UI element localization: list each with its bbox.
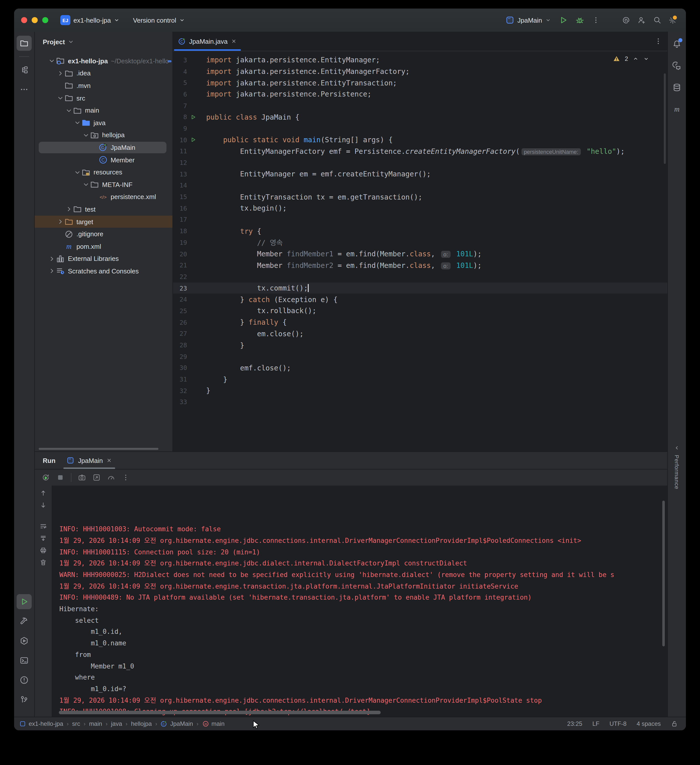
code-line-18[interactable]: 18 try { — [173, 225, 667, 237]
tree-item-test[interactable]: test — [35, 203, 172, 216]
database-tool-icon[interactable] — [669, 80, 684, 95]
search-everywhere-icon[interactable] — [653, 16, 661, 24]
code-line-16[interactable]: 16 tx.begin(); — [173, 203, 667, 214]
code-line-31[interactable]: 31 } — [173, 374, 667, 385]
code-line-29[interactable]: 29 — [173, 351, 667, 362]
status-line-separator[interactable]: LF — [593, 720, 599, 727]
maven-tool-icon[interactable]: m — [669, 102, 684, 116]
tree-item-Scratches and Consoles[interactable]: Scratches and Consoles — [35, 265, 172, 277]
tree-item-persistence.xml[interactable]: </>persistence.xml — [35, 191, 172, 203]
terminal-tool-icon[interactable] — [17, 653, 32, 668]
chevron-right-icon[interactable] — [65, 205, 73, 213]
project-panel-header[interactable]: Project — [35, 31, 172, 52]
status-indent-style[interactable]: 4 spaces — [637, 720, 661, 727]
breadcrumb-hellojpa[interactable]: hellojpa — [131, 720, 152, 727]
tree-item-JpaMain[interactable]: CJpaMain — [35, 141, 172, 154]
code-line-23[interactable]: 23 tx.commit(); — [173, 282, 667, 294]
rerun-icon[interactable] — [42, 474, 50, 482]
code-line-14[interactable]: 14 — [173, 180, 667, 191]
tree-item-.idea[interactable]: .idea — [35, 67, 172, 79]
chevron-down-icon[interactable] — [48, 57, 56, 65]
code-line-9[interactable]: 9 — [173, 123, 667, 134]
build-tool-icon[interactable] — [17, 614, 32, 629]
chevron-right-icon[interactable] — [56, 69, 65, 77]
breadcrumb-src[interactable]: src — [72, 720, 80, 727]
run-tool-icon[interactable] — [17, 594, 32, 609]
code-line-5[interactable]: 5import jakarta.persistence.EntityTransa… — [173, 77, 667, 88]
more-tools-icon[interactable] — [17, 82, 32, 97]
run-button[interactable] — [559, 16, 568, 25]
readonly-lock-icon[interactable] — [671, 720, 678, 727]
chevron-right-icon[interactable] — [56, 218, 65, 226]
code-line-6[interactable]: 6import jakarta.persistence.Persistence; — [173, 88, 667, 100]
run-configuration-selector[interactable]: JpaMain — [505, 16, 551, 25]
project-tool-icon[interactable] — [17, 36, 32, 51]
problems-tool-icon[interactable] — [17, 672, 32, 688]
chevron-down-icon[interactable] — [56, 94, 65, 102]
debug-button[interactable] — [575, 16, 584, 25]
soft-wrap-icon[interactable] — [40, 523, 47, 530]
chevron-down-icon[interactable] — [82, 181, 90, 189]
close-window-button[interactable] — [21, 17, 27, 23]
previous-problem-icon[interactable] — [632, 56, 639, 62]
chevron-right-icon[interactable] — [48, 255, 56, 263]
tree-item-hellojpa[interactable]: hellojpa — [35, 129, 172, 141]
close-tab-icon[interactable] — [230, 38, 236, 44]
performance-tool-button[interactable]: Performance — [668, 445, 686, 489]
code-line-19[interactable]: 19 // 영속 — [173, 237, 667, 248]
code-line-30[interactable]: 30 emf.close(); — [173, 362, 667, 373]
code-line-13[interactable]: 13 EntityManager em = emf.createEntityMa… — [173, 168, 667, 180]
project-horizontal-scrollbar[interactable] — [39, 448, 158, 450]
more-actions-icon[interactable] — [592, 16, 600, 24]
services-tool-icon[interactable] — [17, 633, 32, 649]
chevron-right-icon[interactable] — [48, 267, 56, 275]
code-line-7[interactable]: 7 — [173, 100, 667, 111]
breadcrumb-ex1-hello-jpa[interactable]: ex1-hello-jpa — [19, 720, 63, 727]
minimize-window-button[interactable] — [32, 17, 38, 23]
status-file-encoding[interactable]: UTF-8 — [610, 720, 627, 727]
next-problem-icon[interactable] — [643, 56, 649, 62]
code-line-17[interactable]: 17 — [173, 214, 667, 225]
project-switcher[interactable]: EJ ex1-hello-jpa — [60, 15, 120, 25]
run-gutter-icon[interactable] — [187, 137, 199, 143]
code-line-8[interactable]: 8public class JpaMain { — [173, 111, 667, 123]
code-line-11[interactable]: 11 EntityManagerFactory emf = Persistenc… — [173, 145, 667, 157]
code-line-27[interactable]: 27 em.close(); — [173, 328, 667, 339]
code-line-33[interactable]: 33 — [173, 396, 667, 408]
chevron-down-icon[interactable] — [73, 168, 82, 176]
tree-item-ex1-hello-jpa[interactable]: ex1-hello-jpa~/Desktop/ex1-hello- — [35, 55, 172, 67]
ai-assistant-icon[interactable] — [622, 16, 630, 24]
run-gutter-icon[interactable] — [187, 114, 199, 120]
console-output[interactable]: INFO: HHH10001003: Autocommit mode: fals… — [52, 486, 667, 717]
editor-tab-jpamain[interactable]: C JpaMain.java — [173, 31, 242, 51]
code-editor[interactable]: 2 3import jakarta.persistence.EntityMana… — [173, 51, 667, 451]
code-line-28[interactable]: 28 } — [173, 339, 667, 351]
code-line-22[interactable]: 22 — [173, 271, 667, 282]
tree-item-target[interactable]: target — [35, 216, 172, 228]
editor-options-icon[interactable] — [654, 37, 662, 45]
code-line-15[interactable]: 15 EntityTransaction tx = em.getTransact… — [173, 191, 667, 203]
editor-scrollbar[interactable] — [664, 73, 666, 164]
tree-item-META-INF[interactable]: META-INF — [35, 178, 172, 191]
thread-dump-icon[interactable] — [78, 474, 86, 482]
inspections-widget[interactable]: 2 — [613, 55, 649, 62]
stop-icon[interactable] — [56, 474, 65, 482]
code-line-12[interactable]: 12 — [173, 157, 667, 168]
vcs-widget[interactable]: Version control — [133, 16, 185, 24]
profiler-icon[interactable] — [107, 474, 115, 482]
tree-item-.mvn[interactable]: .mvn — [35, 79, 172, 92]
tree-item-src[interactable]: src — [35, 92, 172, 104]
tree-item-.gitignore[interactable]: .gitignore — [35, 228, 172, 240]
scroll-to-end-icon[interactable] — [40, 535, 47, 542]
restore-layout-icon[interactable] — [93, 474, 101, 482]
more-options-icon[interactable] — [122, 474, 130, 482]
run-tab-jpamain[interactable]: JpaMain — [64, 452, 115, 469]
status-caret-position[interactable]: 23:25 — [567, 720, 582, 727]
code-line-3[interactable]: 3import jakarta.persistence.EntityManage… — [173, 54, 667, 66]
close-run-tab-icon[interactable] — [106, 457, 112, 463]
tree-item-main[interactable]: main — [35, 104, 172, 116]
tree-item-resources[interactable]: resources — [35, 166, 172, 178]
breadcrumb-JpaMain[interactable]: CJpaMain — [161, 720, 193, 727]
code-line-25[interactable]: 25 tx.rollback(); — [173, 305, 667, 316]
tree-item-Member[interactable]: CMember — [35, 154, 172, 166]
